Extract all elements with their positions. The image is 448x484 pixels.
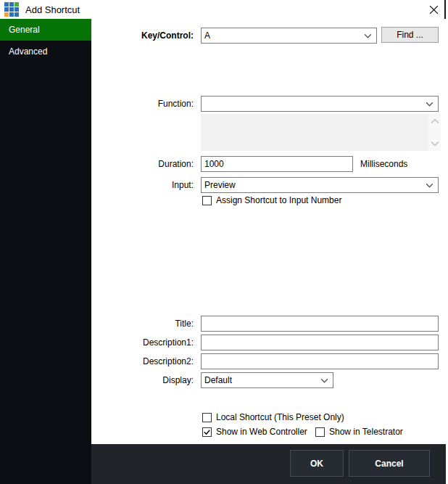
description1-label: Description1: [91, 335, 194, 350]
key-control-select[interactable]: A [201, 28, 377, 44]
chevron-down-icon [320, 378, 328, 383]
title-label: Title: [91, 316, 194, 332]
close-icon[interactable] [428, 4, 439, 15]
chevron-down-icon [364, 33, 372, 38]
input-value: Preview [204, 180, 426, 190]
chevron-down-icon [426, 183, 434, 188]
description1-input[interactable] [201, 335, 439, 350]
input-label: Input: [91, 177, 194, 193]
description2-label: Description2: [91, 353, 194, 369]
duration-label: Duration: [91, 156, 194, 172]
web-controller-label: Show in Web Controller [216, 427, 307, 437]
find-button[interactable]: Find ... [381, 27, 439, 43]
cancel-button[interactable]: Cancel [349, 450, 430, 477]
dialog-footer: OK Cancel [91, 444, 446, 484]
web-controller-checkbox[interactable]: Show in Web Controller [202, 427, 307, 437]
checkbox-box[interactable] [202, 196, 212, 205]
scroll-up-icon[interactable] [431, 116, 439, 126]
checkbox-box[interactable] [202, 413, 212, 422]
window-title: Add Shortcut [25, 4, 80, 15]
key-control-label: Key/Control: [91, 28, 194, 44]
duration-input[interactable] [201, 156, 353, 172]
ok-button[interactable]: OK [290, 450, 344, 477]
display-value: Default [204, 375, 320, 385]
checkbox-box[interactable] [202, 427, 212, 437]
checkbox-box[interactable] [315, 427, 325, 437]
function-select[interactable] [201, 96, 439, 112]
titlebar: Add Shortcut [0, 0, 444, 19]
telestrator-checkbox[interactable]: Show in Telestrator [315, 427, 403, 437]
local-shortcut-checkbox[interactable]: Local Shortcut (This Preset Only) [202, 412, 344, 422]
input-select[interactable]: Preview [201, 177, 439, 193]
scroll-down-icon[interactable] [431, 139, 439, 149]
check-icon [203, 428, 211, 436]
duration-unit-label: Milliseconds [360, 156, 407, 172]
app-logo-icon [4, 2, 19, 17]
sidebar: General Advanced [0, 19, 91, 484]
title-input[interactable] [201, 316, 439, 332]
chevron-down-icon [426, 102, 434, 107]
scrollbar[interactable] [428, 114, 441, 151]
sidebar-item-general[interactable]: General [0, 19, 91, 41]
function-label: Function: [91, 96, 194, 112]
add-shortcut-dialog: Add Shortcut General Advanced Key/Contro… [0, 0, 446, 484]
local-shortcut-label: Local Shortcut (This Preset Only) [216, 412, 344, 422]
display-label: Display: [91, 372, 194, 388]
function-description-box [201, 114, 441, 151]
description2-input[interactable] [201, 353, 439, 369]
assign-input-number-checkbox[interactable]: Assign Shortcut to Input Number [202, 195, 341, 205]
sidebar-item-advanced[interactable]: Advanced [0, 41, 91, 62]
display-select[interactable]: Default [201, 372, 333, 388]
assign-input-number-label: Assign Shortcut to Input Number [216, 195, 341, 205]
general-tab-panel: Key/Control: A Find ... Function: [91, 19, 446, 444]
key-control-value: A [204, 30, 364, 41]
telestrator-label: Show in Telestrator [329, 427, 403, 437]
